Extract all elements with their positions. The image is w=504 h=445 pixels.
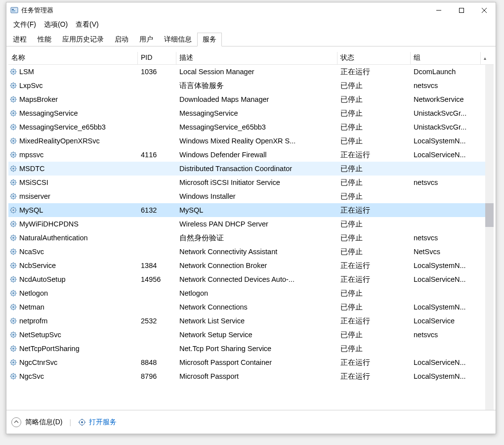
task-manager-window: 任务管理器 文件(F) 选项(O) 查看(V) 进程 性能 应用历史记录 启动 … bbox=[6, 2, 496, 434]
scrollbar-thumb[interactable] bbox=[485, 203, 494, 227]
svg-line-43 bbox=[11, 111, 11, 111]
svg-point-188 bbox=[12, 320, 14, 322]
maximize-button[interactable] bbox=[450, 2, 473, 18]
tab-startup[interactable]: 启动 bbox=[109, 33, 134, 46]
table-row[interactable]: LxpSvc语言体验服务已停止netsvcs bbox=[8, 79, 494, 92]
svg-line-74 bbox=[15, 156, 15, 157]
table-row[interactable]: MySQL6132MySQL正在运行 bbox=[8, 203, 494, 217]
gear-icon bbox=[9, 331, 17, 339]
service-name: mpssvc bbox=[19, 151, 43, 159]
service-status: 正在运行 bbox=[337, 150, 411, 160]
table-header: 名称 PID 描述 状态 组 ▴ bbox=[8, 52, 494, 65]
table-row[interactable]: NcaSvcNetwork Connectivity Assistant已停止N… bbox=[8, 245, 494, 259]
menu-file[interactable]: 文件(F) bbox=[9, 19, 40, 31]
service-desc: Network Connection Broker bbox=[176, 262, 337, 269]
fewer-details-button[interactable]: 简略信息(D) bbox=[11, 417, 62, 427]
table-row[interactable]: MSiSCSIMicrosoft iSCSI Initiator Service… bbox=[8, 176, 494, 189]
svg-line-63 bbox=[11, 138, 11, 139]
svg-line-196 bbox=[11, 322, 11, 323]
service-group: netsvcs bbox=[411, 82, 481, 89]
table-row[interactable]: mpssvc4116Windows Defender Firewall正在运行L… bbox=[8, 148, 494, 162]
menu-view[interactable]: 查看(V) bbox=[72, 19, 103, 31]
table-row[interactable]: NetmanNetwork Connections已停止LocalSystemN… bbox=[8, 300, 494, 314]
scroll-up-icon[interactable]: ▴ bbox=[481, 52, 489, 64]
service-pid: 6132 bbox=[138, 206, 176, 214]
service-pid: 4116 bbox=[138, 151, 176, 159]
svg-line-174 bbox=[15, 295, 15, 295]
table-row[interactable]: MessagingService_e65bb3MessagingService_… bbox=[8, 120, 494, 134]
svg-line-115 bbox=[15, 208, 15, 208]
table-row[interactable]: MixedRealityOpenXRSvcWindows Mixed Reali… bbox=[8, 134, 494, 148]
service-desc: Windows Defender Firewall bbox=[176, 151, 337, 159]
column-header-pid[interactable]: PID bbox=[138, 52, 176, 64]
service-pid: 8796 bbox=[138, 372, 176, 380]
open-services-link[interactable]: 打开服务 bbox=[78, 418, 117, 427]
table-row[interactable]: NcdAutoSetup14956Network Connected Devic… bbox=[8, 272, 494, 286]
minimize-button[interactable] bbox=[427, 2, 450, 18]
table-row[interactable]: LSM1036Local Session Manager正在运行DcomLaun… bbox=[8, 65, 494, 79]
tab-users[interactable]: 用户 bbox=[134, 33, 159, 46]
tab-services[interactable]: 服务 bbox=[197, 33, 222, 46]
svg-line-155 bbox=[15, 263, 15, 264]
gear-icon bbox=[9, 192, 17, 200]
service-name: NetTcpPortSharing bbox=[19, 345, 80, 353]
table-row[interactable]: MessagingServiceMessagingService已停止Unist… bbox=[8, 106, 494, 120]
menu-options[interactable]: 选项(O) bbox=[40, 19, 72, 31]
tab-performance[interactable]: 性能 bbox=[32, 33, 57, 46]
table-row[interactable]: NetlogonNetlogon已停止 bbox=[8, 286, 494, 300]
svg-point-28 bbox=[12, 98, 14, 100]
tab-details[interactable]: 详细信息 bbox=[159, 33, 197, 46]
column-header-group[interactable]: 组 bbox=[411, 52, 481, 64]
table-row[interactable]: NaturalAuthentication自然身份验证已停止netsvcs bbox=[8, 231, 494, 245]
gear-icon bbox=[9, 109, 17, 117]
table-row[interactable]: NgcCtnrSvc8848Microsoft Passport Contain… bbox=[8, 356, 494, 369]
titlebar[interactable]: 任务管理器 bbox=[6, 2, 496, 18]
vertical-scrollbar[interactable] bbox=[485, 65, 494, 410]
svg-line-125 bbox=[15, 222, 15, 222]
window-buttons bbox=[427, 2, 496, 18]
column-header-desc[interactable]: 描述 bbox=[176, 52, 337, 64]
svg-line-216 bbox=[11, 350, 11, 351]
table-row[interactable]: NgcSvc8796Microsoft Passport正在运行LocalSys… bbox=[8, 369, 494, 383]
service-status: 已停止 bbox=[337, 178, 411, 187]
svg-line-234 bbox=[15, 378, 15, 378]
svg-rect-2 bbox=[12, 10, 15, 11]
services-table: 名称 PID 描述 状态 组 ▴ LSM1036Local Session Ma… bbox=[8, 51, 494, 410]
svg-line-194 bbox=[15, 322, 15, 323]
svg-line-116 bbox=[11, 212, 11, 212]
svg-line-225 bbox=[15, 360, 15, 360]
svg-point-228 bbox=[12, 375, 14, 377]
svg-line-24 bbox=[15, 87, 15, 88]
close-button[interactable] bbox=[473, 2, 496, 18]
table-row[interactable]: NetSetupSvcNetwork Setup Service已停止netsv… bbox=[8, 328, 494, 342]
service-name: LSM bbox=[19, 68, 34, 76]
service-group: LocalSystemN... bbox=[411, 262, 481, 269]
svg-line-214 bbox=[15, 350, 15, 351]
table-row[interactable]: NetTcpPortSharingNet.Tcp Port Sharing Se… bbox=[8, 342, 494, 356]
table-row[interactable]: msiserverWindows Installer已停止 bbox=[8, 189, 494, 203]
svg-line-156 bbox=[11, 267, 11, 267]
service-status: 正在运行 bbox=[337, 372, 411, 381]
svg-line-64 bbox=[15, 142, 15, 143]
tab-app-history[interactable]: 应用历史记录 bbox=[57, 33, 109, 46]
service-desc: MessagingService bbox=[176, 109, 337, 117]
table-row[interactable]: NcbService1384Network Connection Broker正… bbox=[8, 259, 494, 272]
tab-processes[interactable]: 进程 bbox=[7, 33, 32, 46]
table-row[interactable]: MyWiFiDHCPDNSWireless PAN DHCP Server已停止 bbox=[8, 217, 494, 231]
svg-line-25 bbox=[15, 83, 15, 84]
column-header-status[interactable]: 状态 bbox=[337, 52, 411, 64]
svg-line-123 bbox=[11, 222, 11, 222]
table-row[interactable]: netprofm2532Network List Service正在运行Loca… bbox=[8, 314, 494, 328]
svg-line-96 bbox=[11, 184, 11, 184]
column-header-name[interactable]: 名称 bbox=[8, 52, 138, 64]
gear-icon bbox=[9, 234, 17, 242]
svg-line-53 bbox=[11, 125, 11, 125]
service-name: MSDTC bbox=[19, 165, 45, 173]
gear-icon bbox=[9, 82, 17, 89]
svg-line-33 bbox=[11, 97, 11, 97]
service-desc: Wireless PAN DHCP Server bbox=[176, 220, 337, 228]
svg-line-175 bbox=[15, 291, 15, 291]
table-row[interactable]: MSDTCDistributed Transaction Coordinator… bbox=[8, 162, 494, 176]
table-row[interactable]: MapsBrokerDownloaded Maps Manager已停止Netw… bbox=[8, 92, 494, 106]
service-status: 已停止 bbox=[337, 164, 411, 174]
